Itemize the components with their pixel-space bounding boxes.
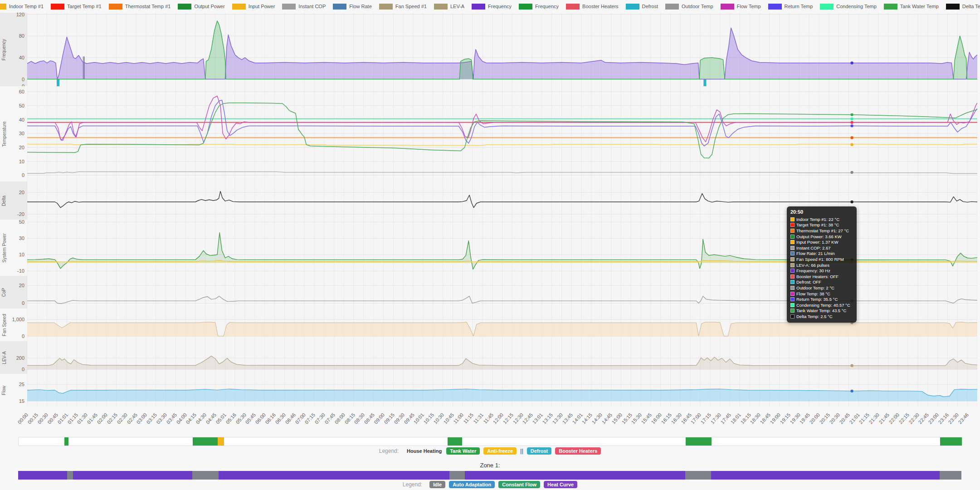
tooltip-swatch — [790, 246, 795, 250]
lev_a-ytick: 0 — [22, 367, 24, 372]
tooltip-value: Target Temp #1: 38 °C — [796, 222, 839, 227]
tooltip-row: LEV-A: 66 pulses — [790, 262, 853, 268]
legend-swatch — [721, 4, 734, 10]
legend-swatch — [946, 4, 960, 10]
legend-label: Instant COP — [298, 4, 326, 9]
bar-segment — [940, 471, 961, 480]
legend-swatch — [768, 4, 782, 10]
legend-label: Return Temp — [785, 4, 813, 9]
flow-axis-column: Flow2515 — [0, 374, 27, 407]
system_power-axis-column: System Power503010-10 — [0, 220, 27, 276]
tooltip-value: Indoor Temp #1: 22 °C — [796, 217, 839, 222]
legend-label: Booster Heaters — [582, 4, 618, 9]
legend-item-frequency[interactable]: Frequency — [519, 4, 559, 10]
tooltip-row: Thermostat Temp #1: 27 °C — [790, 228, 853, 234]
frequency-axis-column: Frequency120804000 — [0, 13, 27, 86]
bar-segment — [448, 437, 462, 446]
fan_speed-ytick: 1,000 — [12, 317, 24, 322]
legend-item-tank-water-temp[interactable]: Tank Water Temp — [884, 4, 939, 10]
temperature-crosshair-dot — [850, 118, 853, 120]
tooltip-row: Flow Temp: 38 °C — [790, 291, 853, 297]
legend-item-defrost[interactable]: Defrost — [626, 4, 658, 10]
bar-segment — [940, 437, 962, 446]
frequency-axis-title: Frequency — [0, 13, 8, 86]
legend-label: Thermostat Temp #1 — [125, 4, 171, 9]
legend-item-booster-heaters[interactable]: Booster Heaters — [566, 4, 618, 10]
heat-pump-monitor-dashboard: Indoor Temp #1Target Temp #1Thermostat T… — [0, 0, 980, 490]
temperature-plot-area[interactable] — [27, 86, 977, 181]
tooltip-value: Instant COP: 2.67 — [796, 245, 831, 250]
temperature-ytick: 30 — [19, 131, 24, 136]
lev_a-plot-area[interactable] — [27, 341, 977, 374]
tooltip-swatch — [790, 229, 795, 233]
tooltip-swatch — [790, 286, 795, 290]
legend-swatch — [333, 4, 346, 10]
lev_a-axis-title: LEV-A — [0, 341, 8, 374]
legend-item-target-temp-1[interactable]: Target Temp #1 — [51, 4, 102, 10]
temperature-ytick: 0 — [22, 172, 24, 178]
tooltip-row: Tank Water Temp: 43.5 °C — [790, 308, 853, 314]
legend-item-output-power[interactable]: Output Power — [178, 4, 224, 10]
frequency-ytick: 0 — [22, 77, 24, 82]
temperature-ytick: 10 — [19, 159, 24, 164]
tooltip-swatch — [790, 309, 795, 313]
legend-label: Frequency — [535, 4, 559, 9]
legend-item-delta-temp[interactable]: Delta Temp — [946, 4, 980, 10]
tooltip-row: Frequency: 30 Hz — [790, 268, 853, 274]
legend-item-flow-temp[interactable]: Flow Temp — [721, 4, 761, 10]
legend-swatch — [820, 4, 834, 10]
zone-mode-bar — [18, 471, 961, 480]
tooltip-swatch — [790, 223, 795, 227]
temperature-crosshair-dot — [850, 171, 853, 174]
legend-swatch — [884, 4, 897, 10]
legend-swatch — [51, 4, 64, 10]
legend-item-frequency[interactable]: Frequency — [472, 4, 512, 10]
legend-item-fan-speed-1[interactable]: Fan Speed #1 — [379, 4, 427, 10]
cop-axis-column: CoP200 — [0, 276, 27, 309]
legend-item-instant-cop[interactable]: Instant COP — [282, 4, 326, 10]
legend-item-outdoor-temp[interactable]: Outdoor Temp — [665, 4, 713, 10]
temperature-crosshair-dot — [850, 124, 853, 127]
tooltip-value: Tank Water Temp: 43.5 °C — [796, 308, 846, 313]
tooltip-value: Frequency: 30 Hz — [796, 268, 830, 273]
x-axis-time-labels: 00:0000:1500:3000:4501:0101:1501:3001:45… — [27, 407, 977, 436]
legend-label: Defrost — [642, 4, 658, 9]
tooltip-value: LEV-A: 66 pulses — [796, 263, 829, 268]
panel-frequency: Frequency120804000 — [0, 13, 977, 86]
legend-label: Tank Water Temp — [900, 4, 939, 9]
legend-item-indoor-temp-1[interactable]: Indoor Temp #1 — [0, 4, 44, 10]
tooltip-swatch — [790, 235, 795, 239]
tooltip-swatch — [790, 269, 795, 273]
delta-axis-column: Delta20-20 — [0, 181, 27, 220]
legend-swatch — [566, 4, 580, 10]
temperature-ytick: 50 — [19, 103, 24, 108]
system_power-ytick: 30 — [19, 235, 24, 241]
fan_speed-ytick: 0 — [22, 333, 24, 339]
tooltip-swatch — [790, 292, 795, 296]
tooltip-swatch — [790, 303, 795, 307]
tooltip-swatch — [790, 274, 795, 279]
legend-item-input-power[interactable]: Input Power — [232, 4, 275, 10]
tooltip-value: Flow Rate: 21 L/min — [796, 251, 834, 256]
legend-item-return-temp[interactable]: Return Temp — [768, 4, 813, 10]
legend-item-thermostat-temp-1[interactable]: Thermostat Temp #1 — [109, 4, 171, 10]
legend-item-condensing-temp[interactable]: Condensing Temp — [820, 4, 876, 10]
tooltip-swatch — [790, 257, 795, 261]
frequency-plot-area[interactable] — [27, 13, 977, 86]
legend-item-flow-rate[interactable]: Flow Rate — [333, 4, 372, 10]
tooltip-value: Fan Speed #1: 800 RPM — [796, 257, 844, 262]
frequency-ytick: 80 — [19, 33, 24, 39]
bar-segment — [685, 471, 711, 480]
bar-segment — [64, 437, 68, 446]
frequency-ytick: 120 — [16, 12, 24, 17]
chart-tooltip: 20:50Indoor Temp #1: 22 °CTarget Temp #1… — [787, 206, 857, 323]
panel-lev_a: LEV-A2000 — [0, 341, 977, 374]
flow-plot-area[interactable] — [27, 374, 977, 407]
legend-separator: || — [520, 448, 523, 454]
panel-temperature: Temperature6050403020100 — [0, 86, 977, 181]
fan_speed-axis-title: Fan Speed — [0, 309, 8, 341]
legend-item-lev-a[interactable]: LEV-A — [434, 4, 464, 10]
operation-status-bar — [18, 437, 962, 446]
tooltip-value: Input Power: 1.37 KW — [796, 240, 838, 245]
operation-status-legend: Legend:House HeatingTank WaterAnti-freez… — [0, 447, 980, 455]
